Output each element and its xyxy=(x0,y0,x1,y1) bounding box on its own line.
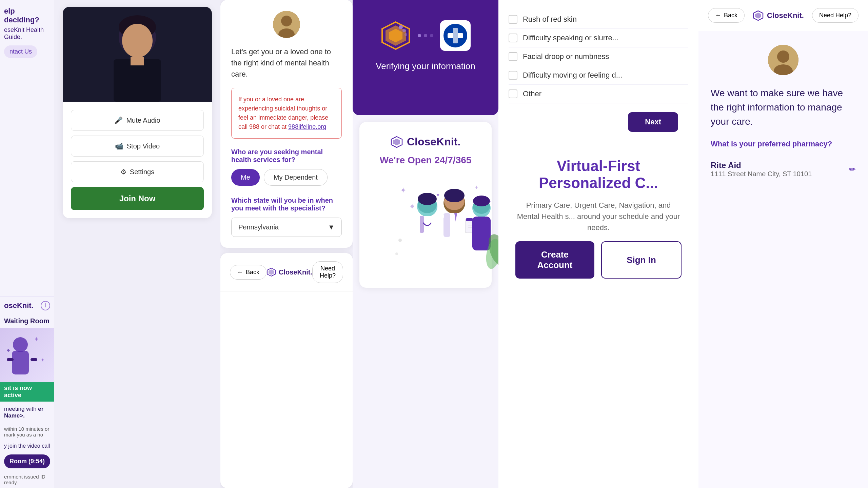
svg-marker-65 xyxy=(755,13,761,19)
back-label: Back xyxy=(246,269,259,276)
closeknit-center-logo: CloseKnit. xyxy=(267,267,312,277)
dependent-button[interactable]: My Dependent xyxy=(264,169,328,186)
svg-point-10 xyxy=(122,24,153,58)
chat-need-help-button[interactable]: Need Help? xyxy=(812,8,859,23)
symptom-item-moving: Difficulty moving or feeling d... xyxy=(509,66,688,85)
video-frame xyxy=(63,7,212,102)
virtual-first-title: Virtual-First Personalized C... xyxy=(515,158,682,191)
next-button[interactable]: Next xyxy=(628,112,678,132)
svg-point-0 xyxy=(13,337,28,352)
carefirst-logos xyxy=(380,20,471,51)
chat-flow-content: We want to make sure we have the right i… xyxy=(698,31,868,488)
carefirst-card: Verifying your information xyxy=(353,0,498,115)
chat-brand-center: CloseKnit. xyxy=(753,10,804,21)
svg-point-34 xyxy=(395,252,398,255)
stop-video-label: Stop Video xyxy=(127,142,160,150)
svg-text:+: + xyxy=(464,190,466,195)
verifying-text: Verifying your information xyxy=(376,61,475,72)
gear-icon: ⚙ xyxy=(120,168,126,176)
doctors-illustration: ✦ + + xyxy=(373,172,478,274)
symptom-item-droop: Facial droop or numbness xyxy=(509,47,688,66)
landing-panel: Rush of red skin Difficulty speaking or … xyxy=(498,0,698,488)
chat-brand-name: CloseKnit. xyxy=(767,11,804,20)
dots-separator xyxy=(418,34,433,37)
svg-marker-29 xyxy=(393,139,400,145)
symptom-checkbox-moving[interactable] xyxy=(509,71,517,80)
waiting-timer-button[interactable]: Room (9:54) xyxy=(4,454,50,468)
closeknit-brand-name: CloseKnit. xyxy=(407,136,460,148)
create-account-button[interactable]: Create Account xyxy=(515,241,594,279)
crisis-link[interactable]: 988lifeline.org xyxy=(288,123,326,130)
symptom-item-rash: Rush of red skin xyxy=(509,10,688,29)
svg-rect-41 xyxy=(410,217,418,221)
waiting-room-label: Waiting Room xyxy=(0,314,54,328)
microphone-icon: 🎤 xyxy=(114,116,123,124)
svg-point-67 xyxy=(777,50,789,63)
back-button[interactable]: ← Back xyxy=(230,265,267,280)
waiting-notice: within 10 minutes or mark you as a no xyxy=(0,423,54,440)
edit-pharmacy-icon[interactable]: ✏ xyxy=(849,165,856,174)
chat-main-text: We want to make sure we have the right i… xyxy=(711,86,856,129)
join-now-button[interactable]: Join Now xyxy=(71,187,204,210)
symptom-checkbox-speech[interactable] xyxy=(509,34,517,42)
svg-point-22 xyxy=(402,29,406,32)
chat-flow-card: ← Back CloseKnit. Need Help? xyxy=(220,253,353,488)
symptom-checkbox-rash[interactable] xyxy=(509,15,517,24)
chat-back-button[interactable]: ← Back xyxy=(708,8,745,23)
pharmacy-question: What is your preferred pharmacy? xyxy=(711,140,856,148)
svg-rect-49 xyxy=(436,215,444,218)
state-question-label: Which state will you be in when you meet… xyxy=(231,197,342,212)
back-arrow-icon: ← xyxy=(237,269,243,276)
svg-rect-3 xyxy=(31,358,37,361)
chat-flow-panel: ← Back CloseKnit. Need Help? We wa xyxy=(698,0,868,488)
symptom-checkbox-droop[interactable] xyxy=(509,52,517,61)
crisis-alert-box: If you or a loved one are experiencing s… xyxy=(231,88,342,139)
chat-brand-icon xyxy=(753,10,764,21)
chat-provider-avatar xyxy=(768,45,798,75)
carefirst-panel: Verifying your information CloseKnit. We… xyxy=(353,0,498,488)
svg-text:✦: ✦ xyxy=(436,192,440,198)
sign-in-button[interactable]: Sign In xyxy=(601,241,682,279)
svg-point-21 xyxy=(399,25,403,29)
info-icon[interactable]: i xyxy=(41,301,50,310)
meeting-info: meeting with er Name>. xyxy=(0,402,54,423)
svg-point-33 xyxy=(398,239,402,242)
svg-rect-2 xyxy=(7,358,14,361)
meeting-with-text: meeting with xyxy=(4,406,36,412)
settings-button[interactable]: ⚙ Settings xyxy=(71,161,204,182)
symptom-checkbox-other[interactable] xyxy=(509,89,517,98)
svg-rect-47 xyxy=(443,213,450,237)
svg-point-45 xyxy=(444,189,465,202)
svg-text:✦: ✦ xyxy=(400,186,406,195)
svg-rect-27 xyxy=(453,28,458,43)
who-question-label: Who are you seeking mental health servic… xyxy=(231,148,342,164)
need-help-button[interactable]: Need Help? xyxy=(312,261,343,283)
svg-point-38 xyxy=(418,193,437,205)
geometric-logo xyxy=(380,20,411,51)
me-button[interactable]: Me xyxy=(231,169,260,186)
svg-rect-12 xyxy=(131,57,144,65)
svg-rect-54 xyxy=(468,227,472,227)
state-dropdown[interactable]: Pennsylvania ▼ xyxy=(231,218,342,237)
contact-us-button[interactable]: ntact Us xyxy=(4,45,37,58)
svg-point-14 xyxy=(281,16,292,26)
mute-audio-button[interactable]: 🎤 Mute Audio xyxy=(71,110,204,131)
pharmacy-address: 1111 Street Name City, ST 10101 xyxy=(711,170,812,178)
svg-rect-40 xyxy=(420,216,424,233)
svg-text:◆: ◆ xyxy=(7,348,10,352)
mute-audio-label: Mute Audio xyxy=(126,117,160,124)
svg-marker-17 xyxy=(269,269,274,275)
govt-id-text: ernment issued ID ready. xyxy=(0,471,54,488)
state-value: Pennsylvania xyxy=(238,223,279,231)
help-deciding-text: elp deciding? xyxy=(4,7,50,24)
active-banner: sit is now active xyxy=(0,382,54,402)
waiting-room-sidebar: elp deciding? eseKnit Health Guide. ntac… xyxy=(0,0,54,488)
open-247-text: We're Open 24/7/365 xyxy=(380,155,472,166)
chat-flow-header: ← Back CloseKnit. Need Help? xyxy=(698,0,868,31)
stop-video-button[interactable]: 📹 Stop Video xyxy=(71,136,204,157)
symptom-droop-text: Facial droop or numbness xyxy=(523,52,609,61)
chevron-down-icon: ▼ xyxy=(328,223,335,231)
closeknit-brand-icon xyxy=(391,136,403,148)
svg-rect-59 xyxy=(466,218,473,221)
closeknit-open-card: CloseKnit. We're Open 24/7/365 ✦ + + xyxy=(359,122,492,288)
